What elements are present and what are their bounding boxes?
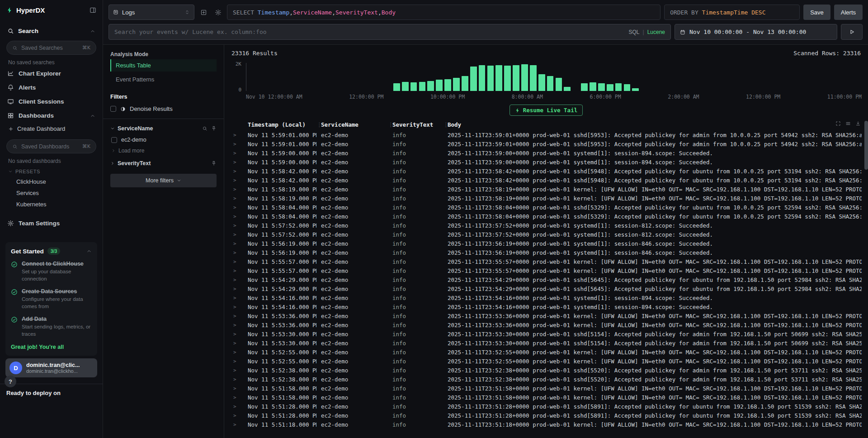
row-expand-chevron[interactable]: > bbox=[231, 149, 243, 158]
histogram-slot[interactable] bbox=[580, 63, 589, 91]
histogram-bar[interactable] bbox=[453, 78, 460, 91]
histogram-slot[interactable] bbox=[623, 63, 632, 91]
table-row[interactable]: >Nov 11 5:56:19.000 PMec2-demoinfo2025-1… bbox=[231, 239, 862, 248]
histogram-slot[interactable] bbox=[597, 63, 606, 91]
histogram-slot[interactable] bbox=[563, 63, 571, 91]
histogram-slot[interactable] bbox=[828, 63, 836, 91]
histogram-bar[interactable] bbox=[624, 84, 631, 91]
histogram-bar[interactable] bbox=[462, 76, 468, 91]
histogram-bar[interactable] bbox=[632, 88, 639, 91]
run-query-button[interactable] bbox=[841, 24, 863, 40]
histogram-slot[interactable] bbox=[435, 63, 443, 91]
table-row[interactable]: >Nov 11 5:58:19.000 PMec2-demoinfo2025-1… bbox=[231, 194, 862, 203]
histogram-slot[interactable] bbox=[469, 63, 478, 91]
table-row[interactable]: >Nov 11 5:59:01.000 PMec2-demoinfo2025-1… bbox=[231, 140, 862, 149]
row-expand-chevron[interactable]: > bbox=[231, 257, 243, 267]
histogram-slot[interactable] bbox=[247, 63, 256, 91]
row-expand-chevron[interactable]: > bbox=[231, 185, 243, 194]
create-dashboard-button[interactable]: Create Dashboard bbox=[5, 123, 97, 135]
sidebar-collapse-icon[interactable] bbox=[90, 7, 96, 14]
event-search-input[interactable] bbox=[114, 29, 624, 35]
histogram-slot[interactable] bbox=[742, 63, 751, 91]
histogram-slot[interactable] bbox=[691, 63, 700, 91]
facet-option-checkbox[interactable] bbox=[111, 137, 117, 143]
row-expand-chevron[interactable]: > bbox=[231, 303, 243, 312]
column-resize-handle[interactable]: ⋮ bbox=[443, 121, 449, 128]
histogram-slot[interactable] bbox=[717, 63, 725, 91]
get-started-header[interactable]: Get Started 3/3 bbox=[11, 248, 92, 255]
column-resize-handle[interactable]: ⋮ bbox=[388, 121, 394, 128]
expand-table-icon[interactable] bbox=[835, 121, 841, 126]
histogram-slot[interactable] bbox=[298, 63, 307, 91]
row-expand-chevron[interactable]: > bbox=[231, 357, 243, 366]
add-source-button[interactable] bbox=[198, 7, 209, 18]
histogram-slot[interactable] bbox=[665, 63, 674, 91]
histogram-slot[interactable] bbox=[384, 63, 392, 91]
column-resize-handle[interactable]: ⋮ bbox=[316, 121, 322, 128]
table-row[interactable]: >Nov 11 5:58:42.000 PMec2-demoinfo2025-1… bbox=[231, 167, 862, 176]
lang-sql-option[interactable]: SQL bbox=[628, 29, 639, 35]
row-expand-chevron[interactable]: > bbox=[231, 330, 243, 339]
row-expand-chevron[interactable]: > bbox=[231, 131, 243, 140]
saved-dashboards-input[interactable]: Saved Dashboards ⌘K bbox=[6, 139, 96, 153]
histogram-slot[interactable] bbox=[751, 63, 760, 91]
source-settings-button[interactable] bbox=[212, 7, 223, 18]
source-select[interactable]: Logs bbox=[108, 5, 194, 20]
histogram-slot[interactable] bbox=[555, 63, 563, 91]
row-expand-chevron[interactable]: > bbox=[231, 393, 243, 402]
help-button[interactable]: ? bbox=[5, 376, 16, 387]
row-expand-chevron[interactable]: > bbox=[231, 420, 243, 429]
histogram-slot[interactable] bbox=[333, 63, 341, 91]
histogram-bar[interactable] bbox=[436, 80, 443, 91]
table-row[interactable]: >Nov 11 5:53:30.000 PMec2-demoinfo2025-1… bbox=[231, 330, 862, 339]
sidebar-item-client-sessions[interactable]: Client Sessions bbox=[5, 95, 97, 109]
get-started-step[interactable]: Create Data Sources Configure where your… bbox=[11, 288, 92, 310]
alerts-button[interactable]: Alerts bbox=[834, 5, 863, 20]
histogram-bar[interactable] bbox=[504, 66, 511, 91]
histogram-slot[interactable] bbox=[358, 63, 367, 91]
table-row[interactable]: >Nov 11 5:56:19.000 PMec2-demoinfo2025-1… bbox=[231, 248, 862, 257]
row-expand-chevron[interactable]: > bbox=[231, 384, 243, 393]
row-density-icon[interactable] bbox=[845, 121, 851, 126]
mode-event-patterns[interactable]: Event Patterns bbox=[110, 73, 217, 86]
row-expand-chevron[interactable]: > bbox=[231, 221, 243, 230]
row-expand-chevron[interactable]: > bbox=[231, 194, 243, 203]
histogram-bar[interactable] bbox=[521, 64, 528, 91]
lang-lucene-option[interactable]: Lucene bbox=[647, 29, 665, 35]
app-logo[interactable]: HyperDX bbox=[6, 6, 45, 14]
histogram-slot[interactable] bbox=[836, 63, 844, 91]
facet-search-icon[interactable] bbox=[202, 126, 208, 131]
table-row[interactable]: >Nov 11 5:53:36.000 PMec2-demoinfo2025-1… bbox=[231, 321, 862, 330]
row-expand-chevron[interactable]: > bbox=[231, 348, 243, 357]
header-servicename[interactable]: ⋮ServiceName bbox=[316, 121, 388, 128]
histogram-slot[interactable] bbox=[760, 63, 768, 91]
sidebar-item-clickhouse[interactable]: ClickHouse bbox=[5, 176, 97, 187]
mode-results-table[interactable]: Results Table bbox=[110, 59, 217, 71]
histogram-bar[interactable] bbox=[538, 74, 545, 91]
histogram-slot[interactable] bbox=[443, 63, 452, 91]
histogram-slot[interactable] bbox=[264, 63, 273, 91]
histogram-slot[interactable] bbox=[316, 63, 324, 91]
histogram-slot[interactable] bbox=[341, 63, 350, 91]
histogram-bar[interactable] bbox=[607, 84, 613, 91]
table-row[interactable]: >Nov 11 5:52:38.000 PMec2-demoinfo2025-1… bbox=[231, 375, 862, 384]
get-started-step[interactable]: Add Data Start sending logs, metrics, or… bbox=[11, 316, 92, 338]
row-expand-chevron[interactable]: > bbox=[231, 366, 243, 375]
table-row[interactable]: >Nov 11 5:53:30.000 PMec2-demoinfo2025-1… bbox=[231, 339, 862, 348]
user-menu[interactable]: D dominic.tran@clic... dominic.tran@clic… bbox=[5, 358, 97, 377]
histogram-slot[interactable] bbox=[461, 63, 469, 91]
load-more-button[interactable]: Load more bbox=[110, 148, 217, 154]
histogram-slot[interactable] bbox=[324, 63, 333, 91]
row-expand-chevron[interactable]: > bbox=[231, 239, 243, 248]
row-expand-chevron[interactable]: > bbox=[231, 203, 243, 212]
row-expand-chevron[interactable]: > bbox=[231, 312, 243, 321]
histogram-slot[interactable] bbox=[426, 63, 435, 91]
table-row[interactable]: >Nov 11 5:59:00.000 PMec2-demoinfo2025-1… bbox=[231, 149, 862, 158]
histogram-slot[interactable] bbox=[606, 63, 614, 91]
histogram-slot[interactable] bbox=[768, 63, 776, 91]
date-range-picker[interactable]: Nov 10 00:00:00 - Nov 13 00:00:00 bbox=[675, 24, 837, 40]
histogram-slot[interactable] bbox=[648, 63, 657, 91]
facet-option-ec2-demo[interactable]: ec2-demo bbox=[110, 137, 217, 143]
histogram-bar[interactable] bbox=[427, 81, 434, 91]
histogram-slot[interactable] bbox=[853, 63, 862, 91]
